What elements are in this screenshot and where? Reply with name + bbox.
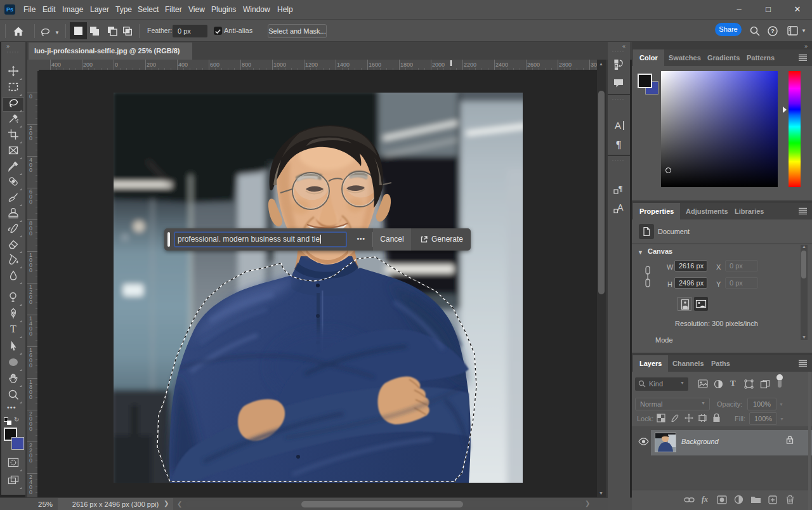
svg-text:?: ? bbox=[771, 27, 775, 34]
svg-text:¶: ¶ bbox=[616, 139, 622, 150]
svg-text:A: A bbox=[617, 202, 624, 213]
svg-text:T: T bbox=[10, 324, 16, 334]
svg-text:A: A bbox=[615, 120, 621, 131]
svg-text:¶: ¶ bbox=[618, 183, 622, 193]
